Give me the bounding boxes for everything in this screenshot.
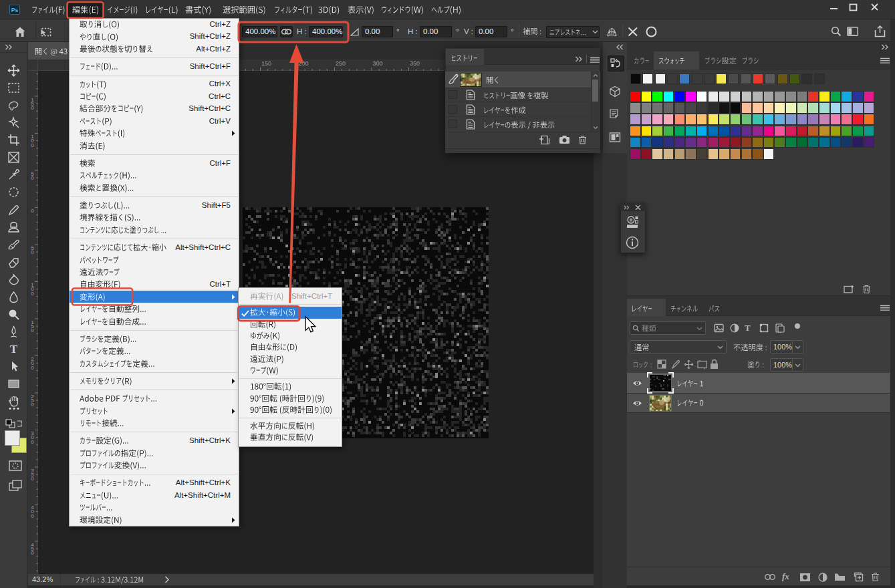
svg-text:T: T xyxy=(10,343,18,355)
svg-text:Ps: Ps xyxy=(11,7,19,13)
